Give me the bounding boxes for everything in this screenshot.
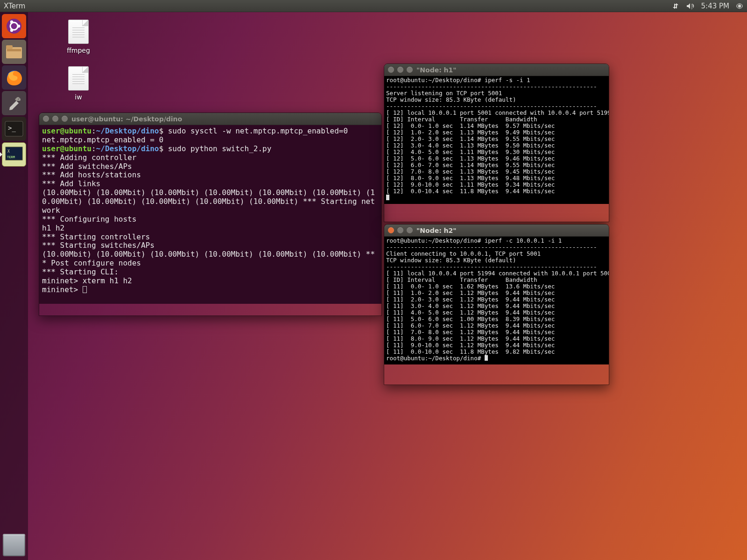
clock[interactable]: 5:43 PM <box>701 2 729 10</box>
desktop-icon-label: ffmpeg <box>55 47 102 54</box>
minimize-icon[interactable] <box>397 227 403 233</box>
titlebar[interactable]: user@ubuntu: ~/Desktop/dino <box>39 113 381 125</box>
active-app-title: XTerm <box>4 2 25 10</box>
maximize-icon[interactable] <box>407 227 413 233</box>
system-gear-icon[interactable] <box>736 2 743 10</box>
launcher-trash-icon[interactable] <box>3 534 25 556</box>
cursor-icon <box>83 286 87 293</box>
network-indicator-icon[interactable] <box>672 3 680 9</box>
launcher-xterm-icon[interactable]: XTERM <box>2 142 26 167</box>
svg-text:>_: >_ <box>8 124 16 132</box>
terminal-content[interactable]: root@ubuntu:~/Desktop/dino# iperf -c 10.… <box>384 237 609 364</box>
launcher-terminal-icon[interactable]: >_ <box>2 117 26 141</box>
svg-text:X: X <box>7 149 10 154</box>
launcher-firefox-icon[interactable] <box>2 65 26 90</box>
cursor-icon <box>386 195 389 200</box>
titlebar[interactable]: "Node: h2" <box>384 224 609 237</box>
svg-text:TERM: TERM <box>7 155 15 159</box>
svg-point-5 <box>10 29 13 32</box>
cursor-icon <box>485 355 488 361</box>
launcher-files-icon[interactable] <box>2 40 26 64</box>
titlebar[interactable]: "Node: h1" <box>384 64 609 76</box>
minimize-icon[interactable] <box>52 116 58 122</box>
window-title: "Node: h1" <box>416 66 457 74</box>
launcher-settings-icon[interactable] <box>2 91 26 115</box>
svg-rect-8 <box>7 49 21 51</box>
minimize-icon[interactable] <box>397 67 403 73</box>
svg-point-3 <box>17 25 20 28</box>
terminal-content[interactable]: root@ubuntu:~/Desktop/dino# iperf -s -i … <box>384 76 609 204</box>
desktop-icon-label: iw <box>55 93 102 101</box>
desktop-icon-iw[interactable]: iw <box>55 66 102 101</box>
top-menu-bar[interactable]: XTerm 5:43 PM <box>0 0 747 12</box>
gnome-terminal-window[interactable]: user@ubuntu: ~/Desktop/dino user@ubuntu:… <box>39 112 382 316</box>
svg-rect-7 <box>6 45 13 49</box>
desktop-icon-ffmpeg[interactable]: ffmpeg <box>55 20 102 54</box>
maximize-icon[interactable] <box>407 67 413 73</box>
unity-launcher: >_ XTERM <box>0 12 28 560</box>
xterm-h2-window[interactable]: "Node: h2" root@ubuntu:~/Desktop/dino# i… <box>384 224 609 385</box>
close-icon[interactable] <box>388 67 394 73</box>
svg-point-0 <box>739 5 741 7</box>
svg-point-4 <box>10 21 13 23</box>
sound-indicator-icon[interactable] <box>686 3 695 9</box>
close-icon[interactable] <box>43 116 49 122</box>
launcher-dash-icon[interactable] <box>2 14 26 38</box>
xterm-h1-window[interactable]: "Node: h1" root@ubuntu:~/Desktop/dino# i… <box>384 63 609 222</box>
window-title: user@ubuntu: ~/Desktop/dino <box>71 115 182 123</box>
terminal-content[interactable]: user@ubuntu:~/Desktop/dino$ sudo sysctl … <box>39 125 381 304</box>
window-title: "Node: h2" <box>416 227 457 234</box>
maximize-icon[interactable] <box>62 116 68 122</box>
close-icon[interactable] <box>388 227 394 233</box>
